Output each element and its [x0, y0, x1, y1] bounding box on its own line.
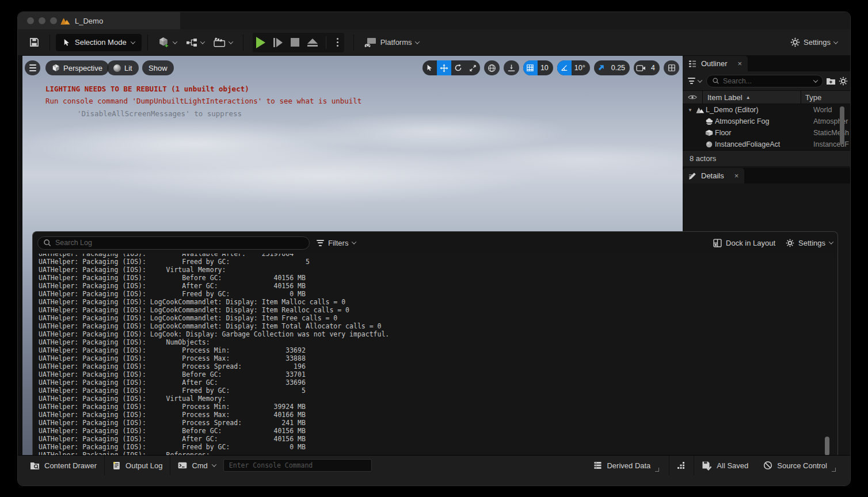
eject-icon[interactable] — [307, 39, 318, 47]
statusbar-console-input[interactable]: Enter Console Command — [223, 459, 372, 472]
log-line: UATHelper: Packaging (IOS): After GC: 40… — [39, 282, 389, 290]
grid-snap-value[interactable]: 10 — [538, 64, 553, 72]
outliner-column-header: Item Label ▲ Type — [683, 90, 851, 104]
derived-data-label: Derived Data — [607, 461, 650, 470]
outliner-tabstrip: Outliner × — [683, 56, 851, 71]
all-saved-button[interactable]: All Saved — [694, 456, 756, 475]
outliner-filter-button[interactable] — [686, 78, 703, 84]
rotation-snap-value[interactable]: 10° — [572, 64, 590, 72]
settings-dropdown[interactable]: Settings — [786, 33, 842, 52]
lit-dropdown[interactable]: Lit — [107, 60, 139, 75]
chevron-down-icon — [172, 39, 177, 44]
tab-details[interactable]: Details × — [683, 168, 744, 183]
visibility-column-header[interactable] — [683, 94, 702, 100]
surface-snapping-button[interactable] — [504, 60, 519, 75]
insights-button[interactable] — [669, 456, 694, 475]
resize-corner-icon — [655, 468, 659, 472]
traffic-lights[interactable] — [27, 17, 57, 24]
rotation-snap-button[interactable] — [557, 60, 572, 75]
toolbar-separator — [353, 35, 354, 51]
log-filters-dropdown[interactable]: Filters — [317, 239, 356, 247]
grid-icon — [526, 64, 534, 72]
close-window-button[interactable] — [27, 17, 34, 24]
output-log-button[interactable]: Output Log — [105, 456, 170, 475]
expand-arrow-icon[interactable]: ▼ — [686, 108, 694, 113]
outliner-search-placeholder: Search... — [723, 77, 810, 85]
zoom-window-button[interactable] — [50, 17, 57, 24]
close-icon[interactable]: × — [738, 59, 743, 68]
scale-snap-value[interactable]: 0.25 — [608, 64, 630, 72]
close-icon[interactable]: × — [734, 171, 739, 180]
outliner-row-label: Atmospheric Fog — [715, 117, 813, 125]
add-cube-icon: + — [158, 37, 170, 48]
type-column-header[interactable]: Type — [801, 91, 851, 104]
dock-in-layout-button[interactable]: Dock in Layout — [713, 239, 775, 247]
grid-snap-button[interactable] — [523, 60, 538, 75]
outliner-settings-button[interactable] — [839, 77, 848, 86]
scale-snap-button[interactable] — [594, 60, 608, 75]
minimize-window-button[interactable] — [39, 17, 45, 24]
log-search-input[interactable]: Search Log — [37, 236, 310, 250]
chevron-down-icon — [829, 239, 833, 244]
play-options-kebab-icon[interactable] — [334, 38, 341, 47]
outliner-row[interactable]: ▼L_Demo (Editor)World — [683, 104, 851, 116]
item-label-column-header[interactable]: Item Label ▲ — [702, 91, 801, 104]
move-tool-button[interactable] — [437, 60, 451, 75]
statusbar-cmd-dropdown[interactable]: Cmd — [170, 456, 223, 475]
outliner-row[interactable]: FloorStaticMesh — [683, 127, 851, 139]
content-drawer-button[interactable]: Content Drawer — [22, 456, 104, 475]
log-line: UATHelper: Packaging (IOS): Freed by GC:… — [39, 258, 389, 266]
show-label: Show — [149, 64, 167, 72]
select-tool-button[interactable] — [422, 60, 437, 75]
rotate-tool-button[interactable] — [451, 60, 466, 75]
output-log-panel: Search Log Filters Dock in Layout — [32, 231, 838, 486]
search-icon — [712, 77, 719, 85]
rotate-icon — [454, 64, 462, 72]
camera-speed-button[interactable] — [634, 60, 648, 75]
outliner-search-input[interactable]: Search... — [706, 75, 823, 87]
perspective-dropdown[interactable]: Perspective — [45, 60, 109, 75]
log-settings-dropdown[interactable]: Settings — [786, 239, 833, 247]
show-dropdown[interactable]: Show — [142, 60, 174, 75]
viewport-menu-button[interactable] — [25, 60, 40, 75]
selection-mode-dropdown[interactable]: Selection Mode — [56, 34, 142, 51]
outliner-row-type: Atmospher — [813, 117, 851, 125]
editor-window: L_Demo Selection Mode + — [17, 12, 851, 486]
camera-speed-value[interactable]: 4 — [648, 64, 660, 72]
angle-icon — [560, 64, 568, 72]
log-line: UATHelper: Packaging (IOS): Virtual Memo… — [39, 395, 389, 403]
cinematics-button[interactable] — [209, 33, 237, 52]
scale-tool-button[interactable] — [466, 60, 480, 75]
outliner-row-type: StaticMesh — [813, 129, 851, 137]
outliner-new-folder-button[interactable] — [826, 77, 836, 85]
outliner-row[interactable]: Atmospheric FogAtmospher — [683, 116, 851, 127]
tab-outliner[interactable]: Outliner × — [683, 56, 748, 71]
log-vertical-scrollbar-thumb[interactable] — [825, 437, 829, 456]
output-log-header: Search Log Filters Dock in Layout — [33, 232, 837, 254]
lit-label: Lit — [124, 64, 132, 72]
all-saved-label: All Saved — [717, 461, 748, 470]
outliner-row[interactable]: InstancedFoliageActInstancedF — [683, 139, 851, 150]
unreal-logo-icon — [60, 17, 70, 25]
frame-skip-icon[interactable] — [273, 38, 283, 47]
platforms-dropdown[interactable]: Platforms — [360, 33, 424, 52]
save-button[interactable] — [25, 33, 44, 52]
level-tab[interactable]: L_Demo — [60, 12, 103, 29]
play-icon[interactable] — [256, 37, 265, 48]
derived-data-button[interactable]: Derived Data — [586, 456, 669, 475]
world-local-toggle[interactable] — [484, 60, 500, 75]
world-icon — [696, 107, 705, 113]
add-actor-button[interactable]: + — [154, 33, 181, 52]
stop-icon[interactable] — [291, 38, 299, 47]
selection-mode-label: Selection Mode — [75, 38, 127, 47]
blueprints-button[interactable] — [181, 33, 209, 52]
maximize-viewport-button[interactable] — [664, 60, 679, 75]
source-control-button[interactable]: Source Control — [756, 456, 846, 475]
scale-snap-group: 0.25 — [594, 60, 630, 75]
outliner-scrollbar[interactable] — [840, 106, 844, 144]
dock-in-layout-label: Dock in Layout — [726, 239, 775, 247]
blueprint-nodes-icon — [186, 38, 197, 47]
lit-sphere-icon — [113, 64, 121, 72]
log-scroll-area[interactable]: UATHelper: Packaging (IOS): Available Af… — [33, 254, 837, 476]
log-line: UATHelper: Packaging (IOS): LogCookComma… — [39, 322, 389, 330]
